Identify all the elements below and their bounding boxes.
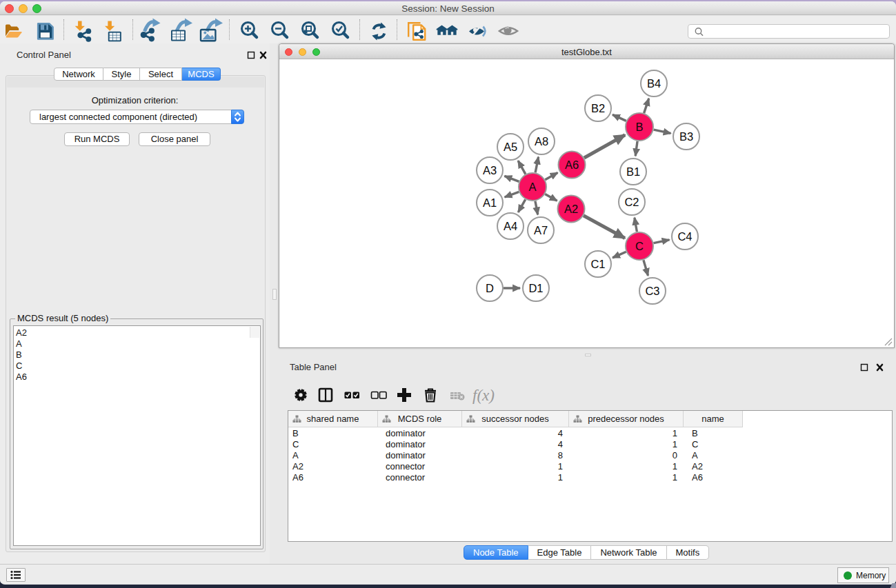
svg-text:C1: C1 bbox=[590, 258, 605, 270]
svg-text:B2: B2 bbox=[591, 102, 605, 114]
svg-text:A4: A4 bbox=[504, 220, 517, 232]
svg-text:A: A bbox=[528, 181, 536, 193]
svg-text:C: C bbox=[635, 240, 644, 252]
svg-text:A5: A5 bbox=[504, 141, 517, 153]
svg-text:A6: A6 bbox=[565, 159, 579, 171]
svg-text:D1: D1 bbox=[528, 282, 543, 294]
svg-text:C2: C2 bbox=[624, 196, 639, 208]
svg-text:A3: A3 bbox=[483, 164, 497, 176]
svg-text:B3: B3 bbox=[679, 130, 693, 143]
svg-text:A7: A7 bbox=[534, 224, 548, 236]
svg-text:A2: A2 bbox=[564, 203, 578, 215]
svg-text:C4: C4 bbox=[677, 230, 692, 243]
svg-text:f(x): f(x) bbox=[472, 387, 495, 404]
svg-text:D: D bbox=[486, 282, 494, 294]
svg-text:C3: C3 bbox=[645, 285, 659, 297]
svg-text:B1: B1 bbox=[626, 165, 640, 178]
svg-text:A1: A1 bbox=[483, 196, 497, 209]
svg-text:B: B bbox=[635, 121, 643, 133]
svg-text:B4: B4 bbox=[647, 77, 661, 90]
svg-text:A8: A8 bbox=[535, 135, 548, 148]
